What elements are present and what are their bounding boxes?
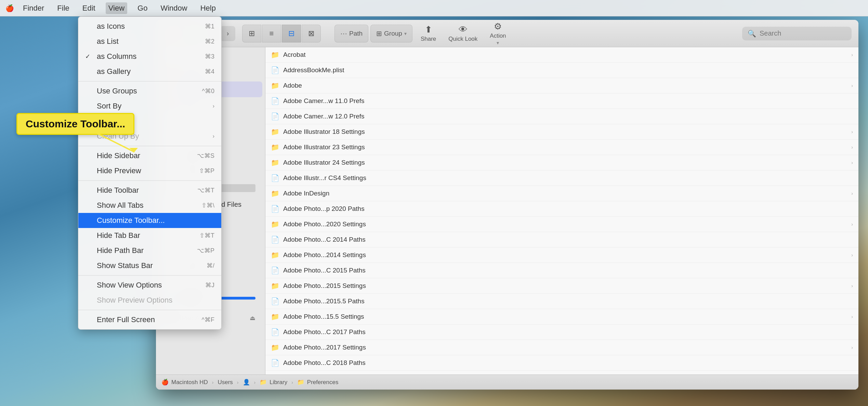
- pref-indesign-arrow: ›: [851, 191, 853, 196]
- pref-ps2017settings-arrow: ›: [851, 345, 853, 350]
- action-button[interactable]: ⚙ Action ▾: [484, 22, 512, 45]
- view-menu-trigger[interactable]: View: [106, 2, 127, 14]
- show-all-tabs-shortcut: ⇧⌘\: [201, 202, 214, 209]
- hide-toolbar[interactable]: Hide Toolbar ⌥⌘T: [78, 183, 221, 198]
- pref-ps-2015-5-paths[interactable]: 📄 Adobe Photo...2015.5 Paths: [265, 294, 858, 309]
- pref-ai18-arrow: ›: [851, 129, 853, 135]
- show-all-tabs[interactable]: Show All Tabs ⇧⌘\: [78, 198, 221, 213]
- use-groups[interactable]: Use Groups ^⌘0: [78, 84, 221, 99]
- edit-menu[interactable]: Edit: [80, 2, 98, 14]
- pref-photoshop-2020-settings[interactable]: 📁 Adobe Photo...2020 Settings ›: [265, 217, 858, 232]
- sort-by[interactable]: Sort By ›: [78, 99, 221, 114]
- pref-acrobat[interactable]: 📁 Acrobat ›: [265, 47, 858, 63]
- show-status-bar[interactable]: Show Status Bar ⌘/: [78, 258, 221, 273]
- breadcrumb-macintosh-hd[interactable]: 🍎 Macintosh HD: [161, 379, 208, 386]
- pref-ai23[interactable]: 📁 Adobe Illustrator 23 Settings ›: [265, 140, 858, 155]
- pref-ai-cs4[interactable]: 📄 Adobe Illustr...r CS4 Settings: [265, 170, 858, 186]
- pref-ps2020paths-name: Adobe Photo...p 2020 Paths: [283, 205, 853, 213]
- hide-preview[interactable]: Hide Preview ⇧⌘P: [78, 163, 221, 178]
- pref-ps2017paths-name: Adobe Photo...C 2017 Paths: [283, 328, 853, 336]
- pref-adobe-arrow: ›: [851, 83, 853, 88]
- breadcrumb-preferences[interactable]: 📁 Preferences: [297, 379, 339, 386]
- quick-look-button[interactable]: 👁 Quick Look: [442, 22, 484, 45]
- pref-acrobat-name: Acrobat: [283, 51, 847, 59]
- ai23-folder-icon: 📁: [271, 143, 279, 151]
- use-groups-label: Use Groups: [97, 87, 199, 96]
- hide-sidebar-shortcut: ⌥⌘S: [197, 152, 214, 160]
- hide-tab-bar-label: Hide Tab Bar: [97, 231, 196, 240]
- help-menu[interactable]: Help: [198, 2, 219, 14]
- view-gallery-button[interactable]: ⊠: [302, 25, 321, 42]
- hide-path-bar-label: Hide Path Bar: [97, 246, 194, 255]
- pref-ps155settings-name: Adobe Photo...15.5 Settings: [283, 313, 847, 320]
- pref-ai18[interactable]: 📁 Adobe Illustrator 18 Settings ›: [265, 124, 858, 140]
- view-icons-button[interactable]: ⊞: [242, 25, 261, 42]
- pref-ps2020settings-name: Adobe Photo...2020 Settings: [283, 220, 847, 228]
- share-button[interactable]: ⬆ Share: [415, 22, 442, 45]
- menu-sep-4: [78, 275, 221, 276]
- view-as-gallery[interactable]: as Gallery ⌘4: [78, 64, 221, 79]
- user-home-icon: 👤: [243, 379, 250, 386]
- pref-ps2015settings-arrow: ›: [851, 283, 853, 289]
- eject-icon[interactable]: ⏏: [250, 314, 255, 322]
- customize-toolbar[interactable]: Customize Toolbar...: [78, 213, 221, 228]
- path-button[interactable]: ⋯ Path: [334, 25, 368, 42]
- show-all-tabs-label: Show All Tabs: [97, 201, 198, 210]
- search-field[interactable]: 🔍: [742, 27, 852, 40]
- pref-indesign[interactable]: 📁 Adobe InDesign ›: [265, 186, 858, 201]
- show-status-bar-shortcut: ⌘/: [207, 262, 214, 269]
- pref-ps2020settings-arrow: ›: [851, 221, 853, 227]
- pref-adobe[interactable]: 📁 Adobe ›: [265, 78, 858, 93]
- folder-icon: 📁: [271, 51, 279, 59]
- view-as-list[interactable]: as List ⌘2: [78, 34, 221, 49]
- breadcrumb-library[interactable]: 📁 Library: [260, 379, 287, 386]
- view-icons-label: as Icons: [97, 22, 201, 31]
- preferences-file-list: 📁 Acrobat › 📄 AddressBookMe.plist 📁 Adob…: [265, 47, 858, 375]
- go-menu[interactable]: Go: [135, 2, 150, 14]
- view-as-icons[interactable]: as Icons ⌘1: [78, 19, 221, 34]
- enter-full-screen[interactable]: Enter Full Screen ^⌘F: [78, 312, 221, 327]
- pref-ps-2017-settings[interactable]: 📁 Adobe Photo...2017 Settings ›: [265, 340, 858, 355]
- forward-button[interactable]: ›: [220, 26, 235, 41]
- customize-toolbar-label: Customize Toolbar...: [97, 216, 214, 225]
- apple-menu-icon[interactable]: 🍎: [5, 4, 14, 12]
- pref-ps-2018-settings[interactable]: 📁 Adobe Photo...2018 Settings ›: [265, 371, 858, 375]
- hide-path-bar[interactable]: Hide Path Bar ⌥⌘P: [78, 243, 221, 258]
- breadcrumb-user[interactable]: 👤: [243, 379, 250, 386]
- window-menu[interactable]: Window: [158, 2, 190, 14]
- pref-ps-2014-settings[interactable]: 📁 Adobe Photo...2014 Settings ›: [265, 248, 858, 263]
- ai24-folder-icon: 📁: [271, 158, 279, 167]
- pref-ps-2014-paths[interactable]: 📄 Adobe Photo...C 2014 Paths: [265, 232, 858, 248]
- file-menu[interactable]: File: [54, 2, 72, 14]
- macintosh-hd-icon: 🍎: [161, 379, 169, 386]
- view-list-shortcut: ⌘2: [205, 38, 214, 45]
- hide-tab-bar[interactable]: Hide Tab Bar ⇧⌘T: [78, 228, 221, 243]
- breadcrumb-users[interactable]: Users: [218, 379, 233, 386]
- pref-ps-2015-paths[interactable]: 📄 Adobe Photo...C 2015 Paths: [265, 263, 858, 278]
- view-as-columns[interactable]: ✓ as Columns ⌘3: [78, 49, 221, 64]
- pref-ps-2018-paths[interactable]: 📄 Adobe Photo...C 2018 Paths: [265, 355, 858, 371]
- pref-photoshop-2020-paths[interactable]: 📄 Adobe Photo...p 2020 Paths: [265, 201, 858, 217]
- view-list-label: as List: [97, 37, 201, 46]
- pref-ps-2015-settings[interactable]: 📁 Adobe Photo...2015 Settings ›: [265, 278, 858, 294]
- pref-ps20155paths-name: Adobe Photo...2015.5 Paths: [283, 297, 853, 305]
- show-view-options[interactable]: Show View Options ⌘J: [78, 278, 221, 293]
- ps2020paths-icon: 📄: [271, 205, 279, 213]
- search-input[interactable]: [760, 29, 846, 37]
- share-label: Share: [421, 36, 436, 42]
- finder-menu[interactable]: Finder: [20, 2, 47, 14]
- group-button[interactable]: ⊞ Group ▾: [370, 25, 412, 42]
- pref-ps-2017-paths[interactable]: 📄 Adobe Photo...C 2017 Paths: [265, 325, 858, 340]
- pref-adobe-camera12-name: Adobe Camer...w 12.0 Prefs: [283, 113, 853, 120]
- macintosh-hd-label: Macintosh HD: [171, 379, 208, 386]
- view-list-button[interactable]: ≡: [262, 25, 281, 42]
- show-preview-options: Show Preview Options: [78, 293, 221, 308]
- pref-adobe-camera-11[interactable]: 📄 Adobe Camer...w 11.0 Prefs: [265, 93, 858, 109]
- pref-adobe-camera-12[interactable]: 📄 Adobe Camer...w 12.0 Prefs: [265, 109, 858, 124]
- hide-tab-bar-shortcut: ⇧⌘T: [199, 232, 214, 239]
- view-columns-button[interactable]: ⊟: [282, 25, 301, 42]
- pref-addressbookme[interactable]: 📄 AddressBookMe.plist: [265, 63, 858, 78]
- pref-ai24[interactable]: 📁 Adobe Illustrator 24 Settings ›: [265, 155, 858, 170]
- pref-indesign-name: Adobe InDesign: [283, 190, 847, 197]
- pref-ps-155-settings[interactable]: 📁 Adobe Photo...15.5 Settings ›: [265, 309, 858, 325]
